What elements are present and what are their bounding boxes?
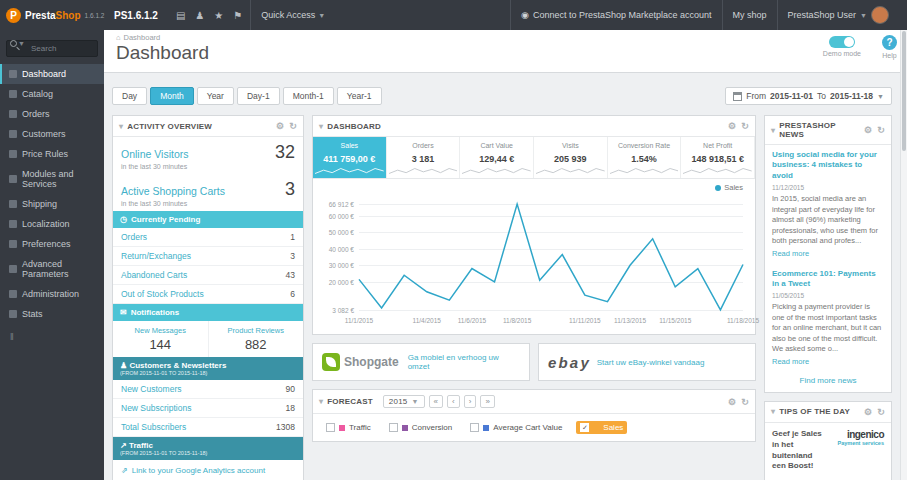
kpi-tile[interactable]: Net Profit 148 918,51 € (681, 137, 755, 178)
date-range-picker[interactable]: From 2015-11-01 To 2015-11-18 ▼ (725, 87, 892, 105)
pending-row-link[interactable]: Orders (121, 232, 147, 242)
notification-item[interactable]: Product Reviews 882 (208, 321, 304, 357)
range-button[interactable]: Year (197, 87, 234, 105)
range-button[interactable]: Day (112, 87, 147, 105)
sidebar-item[interactable]: Shipping (0, 194, 104, 214)
quick-access-menu[interactable]: Quick Access▼ (250, 0, 335, 30)
kpi-sparkline (536, 166, 605, 176)
customers-row-link[interactable]: New Customers (121, 384, 181, 394)
sidebar-item[interactable]: Stats (0, 304, 104, 324)
kpi-tile[interactable]: Conversion Rate 1.54% (608, 137, 682, 178)
customers-row-link[interactable]: New Subscriptions (121, 403, 191, 413)
year-select[interactable]: 2015▼ (383, 395, 425, 408)
panel-caret-icon[interactable]: ▾ (771, 407, 775, 416)
sidebar-item[interactable]: Preferences (0, 234, 104, 254)
profile-icon[interactable]: ♟ (195, 10, 204, 21)
user-menu[interactable]: PrestaShop User▼ (777, 0, 907, 30)
chart-legend[interactable]: Sales (715, 183, 743, 192)
prestashop-logo[interactable]: P PrestaShop 1.6.1.2 (0, 8, 104, 23)
range-button[interactable]: Year-1 (337, 87, 382, 105)
forecast-nav-arrow[interactable]: › (464, 395, 477, 408)
gear-icon[interactable]: ⚙ (728, 397, 736, 407)
notifications-header: ✉ Notifications (113, 304, 303, 321)
gear-icon[interactable]: ⚙ (276, 121, 284, 131)
checkbox[interactable]: ✓ (580, 423, 589, 432)
demo-mode-toggle[interactable] (829, 36, 855, 48)
range-button[interactable]: Month-1 (283, 87, 334, 105)
online-visitors-link[interactable]: Online Visitors (121, 148, 189, 160)
checkbox[interactable] (389, 423, 398, 432)
breadcrumb[interactable]: ⌂ Dashboard (116, 33, 895, 42)
active-carts: Active Shopping Carts 3 (113, 174, 303, 200)
panel-caret-icon[interactable]: ▾ (319, 397, 323, 406)
shopgate-link[interactable]: Ga mobiel en verhoog uw omzet (408, 353, 520, 371)
refresh-icon[interactable]: ↻ (741, 397, 749, 407)
topbar-right: ◉ Connect to PrestaShop Marketplace acco… (510, 0, 907, 30)
kpi-tile[interactable]: Cart Value 129,44 € (460, 137, 534, 178)
forecast-legend-item[interactable]: Average Cart Value (466, 421, 566, 434)
panel-caret-icon[interactable]: ▾ (771, 126, 775, 135)
forecast-nav-arrow[interactable]: « (429, 395, 443, 408)
sidebar-item[interactable]: Dashboard (0, 64, 104, 84)
sidebar-item[interactable]: Modules and Services (0, 164, 104, 194)
favorites-icon[interactable]: ★ (214, 10, 223, 21)
refresh-icon[interactable]: ↻ (877, 407, 885, 417)
range-button[interactable]: Month (150, 87, 194, 105)
pending-row-link[interactable]: Return/Exchanges (121, 251, 191, 261)
read-more-link[interactable]: Read more (772, 249, 884, 258)
shopgate-promo[interactable]: Shopgate Ga mobiel en verhoog uw omzet (312, 343, 530, 381)
vertical-scrollbar[interactable] (900, 30, 907, 480)
refresh-icon[interactable]: ↻ (741, 121, 749, 131)
scrollbar-thumb[interactable] (902, 31, 906, 151)
forecast-nav-arrow[interactable]: » (480, 395, 494, 408)
read-more-link[interactable]: Read more (772, 357, 884, 366)
gear-icon[interactable]: ⚙ (864, 407, 872, 417)
forecast-nav-arrow[interactable]: ‹ (447, 395, 460, 408)
checkbox[interactable] (470, 423, 479, 432)
news-article: Ecommerce 101: Payments in a Tweet 11/05… (765, 264, 891, 372)
sidebar-collapse-button[interactable]: ‖ (0, 324, 104, 350)
gear-icon[interactable]: ⚙ (728, 121, 736, 131)
gear-icon[interactable]: ⚙ (864, 125, 872, 135)
pending-row-link[interactable]: Out of Stock Products (121, 289, 204, 299)
search-icon[interactable]: ▼ (10, 40, 25, 47)
forecast-legend-item[interactable]: ✓ Sales (576, 421, 627, 434)
ebay-link[interactable]: Start uw eBay-winkel vandaag (597, 358, 705, 367)
google-analytics-link[interactable]: ⇗ Link to your Google Analytics account (113, 460, 303, 480)
news-article-title[interactable]: Using social media for your business: 4 … (772, 150, 884, 181)
refresh-icon[interactable]: ↻ (289, 121, 297, 131)
marketplace-link[interactable]: ◉ Connect to PrestaShop Marketplace acco… (510, 0, 721, 30)
pending-row-link[interactable]: Abandoned Carts (121, 270, 187, 280)
shop-name-link[interactable]: PS1.6.1.2 (104, 10, 168, 21)
customers-row-link[interactable]: Total Subscribers (121, 422, 186, 432)
shop-icon[interactable]: ▤ (176, 10, 185, 21)
active-carts-link[interactable]: Active Shopping Carts (121, 185, 225, 197)
kpi-tile[interactable]: Sales 411 759,00 € (313, 137, 387, 178)
ebay-promo[interactable]: e b a y Start uw eBay-winkel vandaag (538, 343, 756, 381)
sidebar-item[interactable]: Catalog (0, 84, 104, 104)
notification-item[interactable]: New Messages 144 (113, 321, 208, 357)
avatar[interactable] (871, 6, 889, 24)
forecast-legend-item[interactable]: Traffic (322, 421, 375, 434)
sidebar-item[interactable]: Orders (0, 104, 104, 124)
refresh-icon[interactable]: ↻ (877, 125, 885, 135)
panel-caret-icon[interactable]: ▾ (119, 122, 123, 131)
sidebar-item[interactable]: Price Rules (0, 144, 104, 164)
sidebar-item[interactable]: Advanced Parameters (0, 254, 104, 284)
my-shop-link[interactable]: My shop (722, 0, 777, 30)
kpi-tile[interactable]: Orders 3 181 (387, 137, 461, 178)
news-article-title[interactable]: Ecommerce 101: Payments in a Tweet (772, 269, 884, 290)
kpi-tile[interactable]: Visits 205 939 (534, 137, 608, 178)
x-tick-label: 11/8/2015 (503, 317, 531, 324)
sidebar-item[interactable]: Customers (0, 124, 104, 144)
panel-caret-icon[interactable]: ▾ (319, 122, 323, 131)
flag-icon[interactable]: ⚑ (233, 10, 242, 21)
sidebar-item[interactable]: Administration (0, 284, 104, 304)
checkbox[interactable] (326, 423, 335, 432)
find-more-news-link[interactable]: Find more news (765, 372, 891, 392)
chart-plot-area[interactable]: 3 082 €20 000 €30 000 €40 000 €50 000 €6… (359, 199, 743, 315)
sidebar-item[interactable]: Localization (0, 214, 104, 234)
range-button[interactable]: Day-1 (237, 87, 280, 105)
forecast-legend-item[interactable]: Conversion (385, 421, 456, 434)
help-icon[interactable]: ? (882, 35, 897, 50)
